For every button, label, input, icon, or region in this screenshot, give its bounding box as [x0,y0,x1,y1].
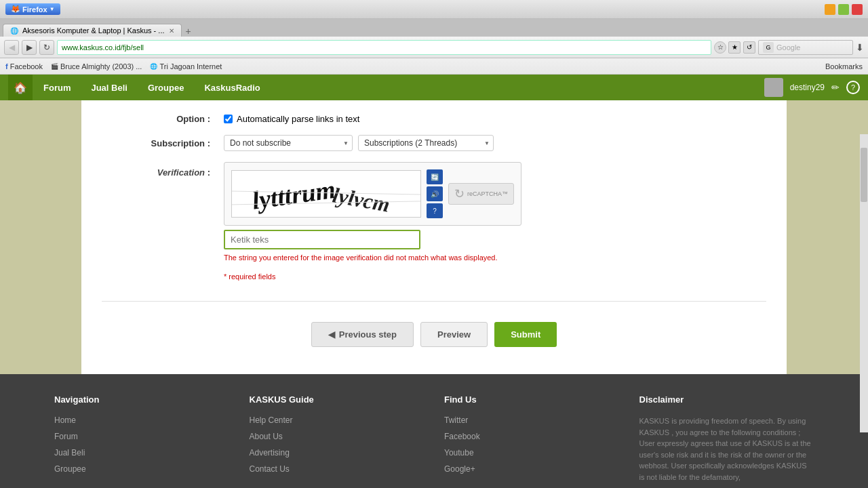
auto-parse-checkbox[interactable] [224,115,233,123]
captcha-svg: lytttrum lylvcm [232,171,420,217]
prev-step-label: Previous step [339,329,397,340]
nav-right: destiny29 ✏ ? [764,78,860,97]
user-avatar [764,78,783,97]
maximize-button[interactable] [838,4,849,15]
facebook-icon: f [5,62,8,70]
browser-chrome: 🦊 Firefox ▼ 🌐 Aksesoris Komputer & Lapto… [0,0,868,75]
edit-icon[interactable]: ✏ [831,82,840,93]
footer-link-youtube[interactable]: Youtube [444,448,619,458]
bookmark-tri[interactable]: 🌐 Tri Jagoan Internet [150,62,222,70]
bookmark-label: Facebook [10,62,43,70]
preview-button[interactable]: Preview [420,322,488,347]
search-engine-icon: G [763,42,774,53]
help-icon[interactable]: ? [846,81,860,94]
footer-link-advertising[interactable]: Advertising [250,448,425,458]
active-tab[interactable]: 🌐 Aksesoris Komputer & Laptop | Kaskus -… [3,24,182,37]
search-placeholder: Google [776,43,800,52]
bookmarks-right[interactable]: Bookmarks [825,62,863,70]
reload-button[interactable]: ↻ [39,40,54,55]
footer-findus: Find Us Twitter Facebook Youtube Google+ [444,394,619,483]
forward-button[interactable]: ▶ [22,40,37,55]
captcha-image-refresh-button[interactable]: 🔄 [427,169,443,184]
footer-navigation: Navigation Home Forum Jual Beli Groupee [54,394,229,483]
scrollbar-thumb[interactable] [861,148,867,202]
previous-step-button[interactable]: ◀ Previous step [311,322,414,347]
recaptcha-text: reCAPTCHA™ [467,190,508,198]
bookmark-facebook[interactable]: f Facebook [5,62,43,70]
captcha-image: lytttrum lylvcm [231,170,421,218]
home-nav-button[interactable]: 🏠 [8,75,33,100]
subscription-control: Do not subscribe Subscribe Subscriptions… [224,135,766,151]
footer-link-contactus[interactable]: Contact Us [250,464,425,474]
tab-bar: 🌐 Aksesoris Komputer & Laptop | Kaskus -… [0,19,868,37]
captcha-audio-button[interactable]: 🔊 [427,186,443,201]
submit-button[interactable]: Submit [494,322,557,347]
footer-link-jualbeli[interactable]: Jual Beli [54,448,229,458]
footer-guide: KASKUS Guide Help Center About Us Advert… [250,394,425,483]
nav-bar: ◀ ▶ ↻ www.kaskus.co.id/fjb/sell ☆ ★ ↺ G … [0,37,868,58]
footer-link-aboutus[interactable]: About Us [250,432,425,441]
tab-icon: 🌐 [10,27,18,35]
required-label: required fields [229,272,275,281]
subscription-label: Subscription : [102,138,224,148]
auto-parse-label: Automatically parse links in text [237,114,359,124]
site-wrapper: 🏠 Forum Jual Beli Groupee KaskusRadio de… [0,75,868,488]
footer-link-googleplus[interactable]: Google+ [444,464,619,474]
search-bar[interactable]: G Google [758,40,853,55]
option-row: Option : Automatically parse links in te… [102,114,766,124]
checkbox-row: Automatically parse links in text [224,114,766,124]
username[interactable]: destiny29 [790,83,825,92]
bookmark-label: Bruce Almighty (2003) ... [60,62,142,70]
captcha-input[interactable] [224,230,420,249]
nav-groupee[interactable]: Groupee [138,75,193,100]
captcha-help-button[interactable]: ? [427,203,443,218]
refresh-icon[interactable]: ↺ [743,41,755,54]
footer-findus-title: Find Us [444,394,619,405]
star-icon[interactable]: ☆ [714,41,726,54]
footer-link-forum[interactable]: Forum [54,432,229,441]
preview-label: Preview [437,329,471,340]
bookmark-bruce[interactable]: 🎬 Bruce Almighty (2003) ... [51,62,142,70]
footer-link-twitter[interactable]: Twitter [444,415,619,425]
subscription-select1[interactable]: Do not subscribe Subscribe [224,135,353,151]
footer-grid: Navigation Home Forum Jual Beli Groupee … [54,394,814,483]
footer-link-groupee[interactable]: Groupee [54,464,229,474]
firefox-dropdown-arrow: ▼ [50,6,55,12]
footer: Navigation Home Forum Jual Beli Groupee … [0,374,868,488]
address-bar[interactable]: www.kaskus.co.id/fjb/sell [57,40,711,55]
recaptcha-refresh-icon: ↻ [454,186,465,201]
verification-box: lytttrum lylvcm 🔄 🔊 ? [224,162,521,226]
tab-title: Aksesoris Komputer & Laptop | Kaskus - .… [22,26,165,35]
close-button[interactable] [852,4,863,15]
bookmarks-label: Bookmarks [825,62,863,70]
captcha-error-message: The string you entered for the image ver… [224,253,766,262]
nav-kaskusradio-label: KaskusRadio [204,83,260,93]
captcha-input-wrapper [224,230,766,249]
verification-label: Verification : [102,162,224,178]
footer-disclaimer-title: Disclaimer [639,394,814,405]
verification-control: lytttrum lylvcm 🔄 🔊 ? [224,162,766,262]
scrollbar[interactable] [860,134,868,432]
captcha-controls: 🔄 🔊 ? [427,169,443,218]
back-button[interactable]: ◀ [4,40,19,55]
subscription-select1-wrapper: Do not subscribe Subscribe [224,135,353,151]
select-group: Do not subscribe Subscribe Subscriptions… [224,135,766,151]
firefox-button[interactable]: 🦊 Firefox ▼ [5,3,60,15]
bookmark-star-icon[interactable]: ★ [728,41,741,54]
tab-close-icon[interactable]: ✕ [169,27,174,35]
nav-jualbeli[interactable]: Jual Beli [81,75,136,100]
footer-link-helpcenter[interactable]: Help Center [250,415,425,425]
new-tab-button[interactable]: + [182,26,195,37]
bruce-icon: 🎬 [51,63,58,70]
nav-forum[interactable]: Forum [34,75,80,100]
download-icon[interactable]: ⬇ [856,42,864,53]
footer-link-facebook[interactable]: Facebook [444,432,619,441]
minimize-button[interactable] [825,4,835,15]
home-icon: 🏠 [14,81,27,94]
nav-kaskusradio[interactable]: KaskusRadio [195,75,269,100]
content-area: Option : Automatically parse links in te… [81,100,787,374]
subscription-select2[interactable]: Subscriptions (2 Threads) No subscriptio… [358,135,494,151]
footer-link-home[interactable]: Home [54,415,229,425]
subscription-select2-wrapper: Subscriptions (2 Threads) No subscriptio… [358,135,494,151]
title-bar: 🦊 Firefox ▼ [0,0,868,19]
